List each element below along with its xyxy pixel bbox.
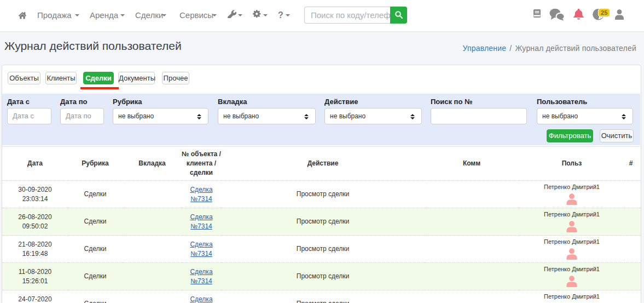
svg-text:25: 25 (601, 9, 607, 16)
